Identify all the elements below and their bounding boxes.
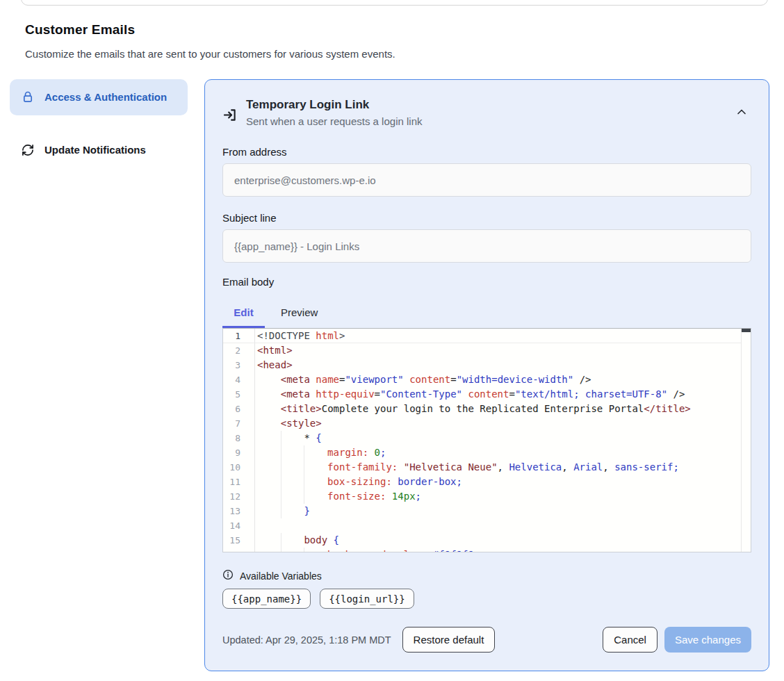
template-subtitle: Sent when a user requests a login link bbox=[246, 115, 422, 127]
info-icon bbox=[222, 569, 234, 582]
code-line: 7<style> bbox=[223, 416, 751, 431]
code-line: 10font-family: "Helvetica Neue", Helveti… bbox=[223, 460, 751, 475]
sidebar-item-access-authentication[interactable]: Access & Authentication bbox=[10, 79, 188, 115]
panel-footer: Updated: Apr 29, 2025, 1:18 PM MDT Resto… bbox=[222, 627, 751, 653]
editor-scrollbar[interactable] bbox=[741, 329, 751, 552]
code-line: 13} bbox=[223, 504, 751, 518]
code-line: 5<meta http-equiv="Content-Type" content… bbox=[223, 387, 751, 402]
customer-emails-page: Customer Emails Customize the emails tha… bbox=[0, 0, 784, 681]
variable-chip[interactable]: {{login_url}} bbox=[320, 589, 414, 609]
code-line: 11box-sizing: border-box; bbox=[223, 475, 751, 489]
email-body-label: Email body bbox=[222, 276, 751, 288]
code-line: 3<head> bbox=[223, 358, 751, 372]
code-line: 2<html> bbox=[223, 343, 751, 358]
sidebar-item-label: Access & Authentication bbox=[44, 89, 167, 106]
panel-header: Temporary Login Link Sent when a user re… bbox=[222, 98, 751, 127]
available-variables-label: Available Variables bbox=[240, 571, 322, 582]
save-changes-button[interactable]: Save changes bbox=[664, 627, 751, 653]
editor-scrollbar-thumb[interactable] bbox=[742, 329, 751, 332]
code-line: 1<!DOCTYPE html> bbox=[223, 329, 751, 343]
code-line: 15body { bbox=[223, 533, 751, 548]
code-line: 9margin: 0; bbox=[223, 445, 751, 460]
from-address-label: From address bbox=[222, 146, 751, 158]
chevron-up-icon bbox=[736, 108, 747, 118]
page-description: Customize the emails that are sent to yo… bbox=[25, 48, 784, 60]
subject-line-label: Subject line bbox=[222, 212, 751, 224]
code-editor[interactable]: 1<!DOCTYPE html>2<html>3<head>4<meta nam… bbox=[222, 328, 751, 552]
code-line: 4<meta name="viewport" content="width=de… bbox=[223, 372, 751, 387]
email-body-tabs: Edit Preview bbox=[222, 301, 751, 326]
template-title: Temporary Login Link bbox=[246, 98, 422, 112]
available-variables-header: Available Variables bbox=[222, 569, 751, 582]
updated-timestamp: Updated: Apr 29, 2025, 1:18 PM MDT bbox=[222, 634, 391, 646]
from-address-input[interactable] bbox=[222, 163, 751, 197]
code-line: 14 bbox=[223, 518, 751, 533]
code-line: 8* { bbox=[223, 431, 751, 445]
tab-preview[interactable]: Preview bbox=[265, 301, 334, 326]
subject-line-input[interactable] bbox=[222, 229, 751, 263]
refresh-icon bbox=[21, 143, 35, 157]
code-lines: 1<!DOCTYPE html>2<html>3<head>4<meta nam… bbox=[223, 329, 751, 552]
email-template-panel: Temporary Login Link Sent when a user re… bbox=[204, 79, 769, 671]
panel-header-text: Temporary Login Link Sent when a user re… bbox=[246, 98, 422, 127]
code-line: 12font-size: 14px; bbox=[223, 489, 751, 504]
restore-default-button[interactable]: Restore default bbox=[402, 627, 496, 653]
sidebar-item-update-notifications[interactable]: Update Notifications bbox=[10, 132, 188, 168]
content-row: Access & Authentication Update Notificat… bbox=[10, 79, 769, 671]
collapse-panel-button[interactable] bbox=[733, 105, 750, 121]
variable-chip[interactable]: {{app_name}} bbox=[222, 589, 311, 609]
code-line: 16background-color: #f9f9f9; bbox=[223, 548, 751, 552]
sidebar-item-label: Update Notifications bbox=[44, 142, 146, 158]
code-line: 6<title>Complete your login to the Repli… bbox=[223, 402, 751, 416]
lock-icon bbox=[21, 90, 35, 104]
previous-card-bottom-edge bbox=[21, 0, 768, 6]
page-title: Customer Emails bbox=[25, 22, 784, 38]
cancel-button[interactable]: Cancel bbox=[603, 627, 658, 653]
email-types-sidebar: Access & Authentication Update Notificat… bbox=[10, 79, 188, 168]
log-in-icon bbox=[222, 108, 237, 125]
tab-edit[interactable]: Edit bbox=[222, 301, 265, 326]
variable-chips: {{app_name}}{{login_url}} bbox=[222, 589, 751, 609]
